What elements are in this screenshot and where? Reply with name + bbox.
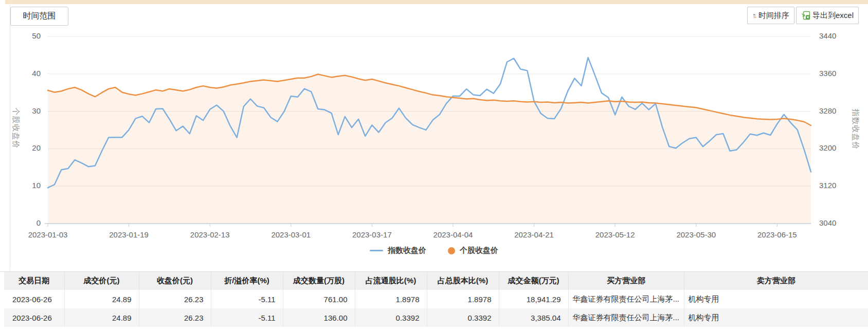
- table-cell: 1.8978: [427, 290, 499, 308]
- x-tick-label: 2023-01-19: [109, 230, 149, 239]
- dual-axis-line-chart[interactable]: 2023-01-032023-01-192023-02-132023-03-01…: [0, 0, 868, 260]
- x-tick-label: 2023-06-15: [757, 230, 797, 239]
- block-trade-table-wrap: 交易日期成交价(元)收盘价(元)折/溢价率(%)成交数量(万股)占流通股比(%)…: [0, 271, 868, 327]
- chart-legend: 指数收盘价个股收盘价: [0, 246, 868, 255]
- legend-item-index[interactable]: 指数收盘价: [370, 246, 426, 255]
- table-cell: 26.23: [139, 290, 211, 308]
- table-header: 交易日期成交价(元)收盘价(元)折/溢价率(%)成交数量(万股)占流通股比(%)…: [4, 272, 868, 290]
- table-cell: 1.8978: [355, 290, 427, 308]
- column-header: 占流通股比(%): [355, 272, 427, 290]
- left-axis-tick-label: 20: [32, 143, 41, 152]
- table-cell: -5.11: [211, 290, 283, 308]
- column-header: 折/溢价率(%): [211, 272, 283, 290]
- chart-canvas: 2023-01-032023-01-192023-02-132023-03-01…: [0, 0, 868, 242]
- column-header: 成交价(元): [64, 272, 139, 290]
- x-tick-label: 2023-05-30: [676, 230, 716, 239]
- table-cell: 2023-06-26: [4, 308, 64, 327]
- block-trade-page: 时间范围 ↑↓ 时间排序 导出到excel 2023-01-032023-01-…: [0, 0, 868, 332]
- legend-label: 个股收盘价: [460, 246, 498, 255]
- table-cell: 0.3392: [355, 308, 427, 327]
- right-axis-tick-label: 3280: [819, 106, 836, 115]
- legend-dot-marker-icon: [448, 247, 455, 254]
- x-tick-label: 2023-04-04: [433, 230, 473, 239]
- table-cell: 华鑫证券有限责任公司上海茅...: [568, 290, 684, 308]
- table-cell: 机构专用: [684, 290, 868, 308]
- table-cell: 3,385.04: [499, 308, 568, 327]
- table-cell: 0.3392: [427, 308, 499, 327]
- table-cell: 华鑫证券有限责任公司上海茅...: [568, 308, 684, 327]
- table-cell: 机构专用: [684, 308, 868, 327]
- table-cell: 136.00: [283, 308, 355, 327]
- table-row: 2023-06-2624.8926.23-5.11761.001.89781.8…: [4, 290, 868, 308]
- column-header: 占总股本比(%): [427, 272, 499, 290]
- legend-label: 指数收盘价: [388, 246, 426, 255]
- right-axis-tick-label: 3120: [819, 181, 836, 190]
- block-trade-table: 交易日期成交价(元)收盘价(元)折/溢价率(%)成交数量(万股)占流通股比(%)…: [4, 272, 868, 327]
- right-axis-tick-label: 3440: [819, 31, 836, 40]
- left-axis-tick-label: 30: [32, 106, 41, 115]
- legend-line-marker-icon: [370, 250, 383, 251]
- right-axis-tick-label: 3360: [819, 69, 836, 78]
- x-tick-label: 2023-03-01: [271, 230, 311, 239]
- left-axis-tick-label: 50: [32, 31, 41, 40]
- left-axis-title: 个股收盘价: [11, 107, 21, 150]
- stock-area-fill: [48, 75, 811, 224]
- right-axis-title: 指数收盘价: [851, 108, 860, 151]
- column-header: 收盘价(元): [139, 272, 211, 290]
- right-axis-tick-label: 3200: [819, 143, 836, 152]
- table-cell: -5.11: [211, 308, 283, 327]
- table-cell: 24.89: [64, 308, 139, 327]
- column-header: 卖方营业部: [684, 272, 868, 290]
- table-row: 2023-06-2624.8926.23-5.11136.000.33920.3…: [4, 308, 868, 327]
- x-tick-label: 2023-02-13: [190, 230, 230, 239]
- table-cell: 2023-06-26: [4, 290, 64, 308]
- table-cell: 18,941.29: [499, 290, 568, 308]
- x-tick-label: 2023-04-21: [514, 230, 554, 239]
- table-cell: 26.23: [139, 308, 211, 327]
- right-axis-tick-label: 3040: [819, 218, 836, 227]
- left-axis-tick-label: 10: [32, 181, 41, 190]
- table-cell: 761.00: [283, 290, 355, 308]
- column-header: 成交数量(万股): [283, 272, 355, 290]
- column-header: 买方营业部: [568, 272, 684, 290]
- legend-item-stock[interactable]: 个股收盘价: [448, 246, 498, 255]
- table-cell: 24.89: [64, 290, 139, 308]
- x-tick-label: 2023-01-03: [28, 230, 68, 239]
- table-body: 2023-06-2624.8926.23-5.11761.001.89781.8…: [4, 290, 868, 327]
- x-tick-label: 2023-05-12: [595, 230, 635, 239]
- left-axis-tick-label: 40: [32, 69, 41, 78]
- column-header: 成交金额(万元): [499, 272, 568, 290]
- left-axis-tick-label: 0: [37, 218, 41, 227]
- column-header: 交易日期: [4, 272, 64, 290]
- x-tick-label: 2023-03-17: [352, 230, 392, 239]
